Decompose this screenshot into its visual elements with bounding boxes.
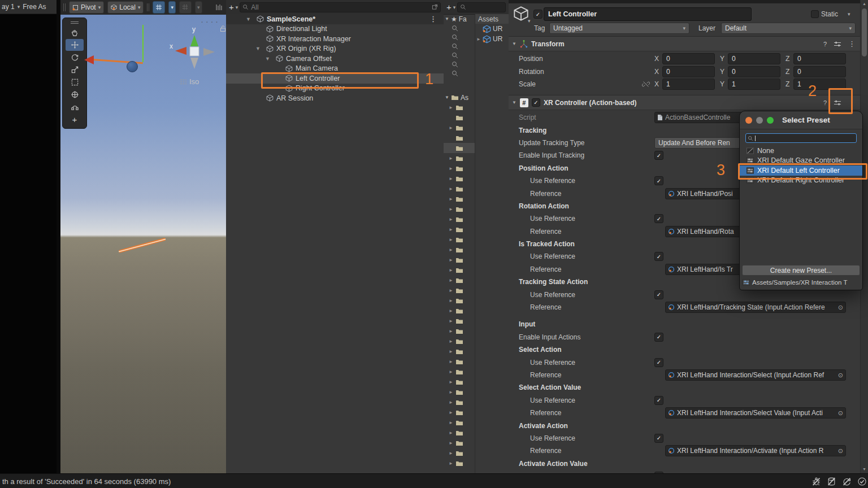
preset-list-item[interactable]: XRI Default Gaze Controller [740,156,862,166]
expand-arrow[interactable]: ► [448,237,454,242]
expand-arrow[interactable]: ► [448,461,454,466]
local-toggle-button[interactable]: Local ▾ [107,1,144,14]
expand-arrow[interactable]: ► [448,349,454,354]
snap-increment-button[interactable] [215,3,223,11]
saved-search-item[interactable] [444,51,475,60]
help-icon[interactable]: ? [823,99,827,106]
create-menu-button[interactable]: + [229,3,234,11]
expand-arrow[interactable]: ► [448,329,454,334]
project-folder-row[interactable]: ► [444,367,475,377]
hierarchy-item[interactable]: AR Session ⋮ [226,93,444,103]
expand-arrow[interactable]: ► [448,278,454,283]
hierarchy-item[interactable]: Directional Light ⋮ [226,24,444,34]
expand-arrow[interactable]: ► [448,227,454,232]
chevron-down-icon[interactable]: ▾ [453,5,456,10]
expand-arrow[interactable]: ► [448,380,454,385]
link-scale-icon[interactable] [642,80,650,88]
input-action-reference-field[interactable]: XRI LeftHand Interaction/Select Value (I… [665,407,846,419]
project-folder-row[interactable]: ► [444,204,475,214]
snap-toggle-button[interactable] [179,1,192,14]
create-new-preset-button[interactable]: Create new Preset... [742,265,860,276]
expand-arrow[interactable]: ► [448,125,454,130]
project-folder-row[interactable]: ► [444,112,475,123]
expand-arrow[interactable]: ► [448,441,454,446]
x-value-field[interactable]: 0 [662,66,715,77]
project-folder-row[interactable]: ► [444,458,475,468]
expand-arrow[interactable]: ► [448,410,454,415]
project-folder-row[interactable]: ► [444,417,475,428]
overlay-drag-handle[interactable] [64,19,85,26]
hierarchy-item[interactable]: Left Controller ⋮ [226,73,444,84]
preset-search-input[interactable] [745,133,857,143]
favorites-header[interactable]: ▼ ★ Fa [444,14,475,24]
kebab-menu-icon[interactable]: ⋮ [429,15,437,23]
expand-arrow[interactable]: ► [448,105,454,110]
active-checkbox[interactable]: ✓ [533,10,542,19]
property-checkbox[interactable]: ✓ [654,333,663,342]
rotate-tool-button[interactable] [66,51,84,63]
project-folder-row[interactable]: ► [444,194,475,204]
project-folder-row[interactable]: ► [444,377,475,387]
property-checkbox[interactable]: ✓ [654,176,663,185]
pivot-toggle-button[interactable]: Pivot ▾ [69,1,104,14]
move-tool-button[interactable] [66,39,84,51]
project-folder-row[interactable]: ► [444,184,475,194]
project-folder-row[interactable]: ► [444,428,475,438]
project-folder-row[interactable]: ► [444,275,475,285]
x-value-field[interactable]: 0 [662,53,715,64]
y-value-field[interactable]: 1 [728,79,780,90]
property-checkbox[interactable]: ✓ [654,252,663,261]
object-picker-icon[interactable]: ⊙ [838,447,843,455]
hierarchy-item[interactable]: Main Camera ⋮ [226,64,444,74]
project-folder-row[interactable]: ► [444,255,475,265]
object-picker-icon[interactable]: ⊙ [838,409,843,417]
property-checkbox[interactable]: ✓ [654,214,663,223]
property-checkbox[interactable]: ✓ [654,358,663,367]
y-value-field[interactable]: 0 [728,53,780,64]
hierarchy-item[interactable]: XR Interaction Manager ⋮ [226,34,444,44]
minimize-window-button[interactable] [756,117,763,124]
gameobject-name-field[interactable]: Left Controller [544,7,752,21]
aspect-dropdown[interactable]: Free As [23,3,46,11]
expand-arrow[interactable]: ► [448,288,454,293]
expand-arrow[interactable]: ► [448,319,454,324]
expand-arrow[interactable]: ► [448,430,454,435]
y-value-field[interactable]: 0 [728,66,780,77]
custom-tool-button[interactable] [66,101,84,113]
expand-arrow[interactable]: ▼ [264,56,271,62]
asset-item[interactable]: UR [475,24,509,34]
expand-arrow[interactable]: ▼ [245,16,252,22]
cache-server-disabled-icon[interactable] [827,477,836,486]
project-folder-row[interactable]: ► [444,102,475,112]
debugger-disabled-icon[interactable] [811,477,821,486]
close-window-button[interactable] [745,117,752,124]
input-action-reference-field[interactable]: XRI LeftHand Interaction/Activate (Input… [665,445,846,456]
project-folder-row[interactable]: ► [444,173,475,184]
project-folder-row[interactable]: ► [444,234,475,245]
search-window-icon[interactable] [432,4,438,10]
assets-breadcrumb[interactable]: Assets [475,14,509,24]
hierarchy-item[interactable]: ▼ Camera Offset ⋮ [226,54,444,64]
scroll-down-arrow[interactable]: ▼ [861,467,868,471]
scale-tool-button[interactable] [66,64,84,76]
expand-arrow[interactable]: ► [448,197,454,202]
project-folder-row[interactable]: ► [444,448,475,458]
expand-arrow[interactable]: ► [448,258,454,263]
x-value-field[interactable]: 1 [662,79,715,90]
expand-arrow[interactable]: ► [448,400,454,405]
property-checkbox[interactable]: ✓ [654,290,663,299]
scroll-up-arrow[interactable]: ▲ [861,2,868,6]
hierarchy-item[interactable]: ▼ SampleScene* ⋮ [226,14,444,24]
expand-arrow[interactable]: ► [476,37,481,42]
project-folder-row[interactable]: ► [444,143,475,153]
hierarchy-item[interactable]: Right Controller ⋮ [226,84,444,94]
property-checkbox[interactable]: ✓ [654,434,663,443]
project-folder-row[interactable]: ► [444,336,475,346]
expand-arrow[interactable]: ► [448,156,454,161]
project-folder-row[interactable]: ► [444,346,475,356]
grid-visibility-button[interactable] [153,1,165,14]
z-value-field[interactable]: 0 [793,53,846,64]
projection-mode-toggle[interactable]: Iso [180,77,199,86]
project-folder-row[interactable]: ► [444,265,475,275]
assets-tree-header[interactable]: ▼ As [444,93,475,102]
